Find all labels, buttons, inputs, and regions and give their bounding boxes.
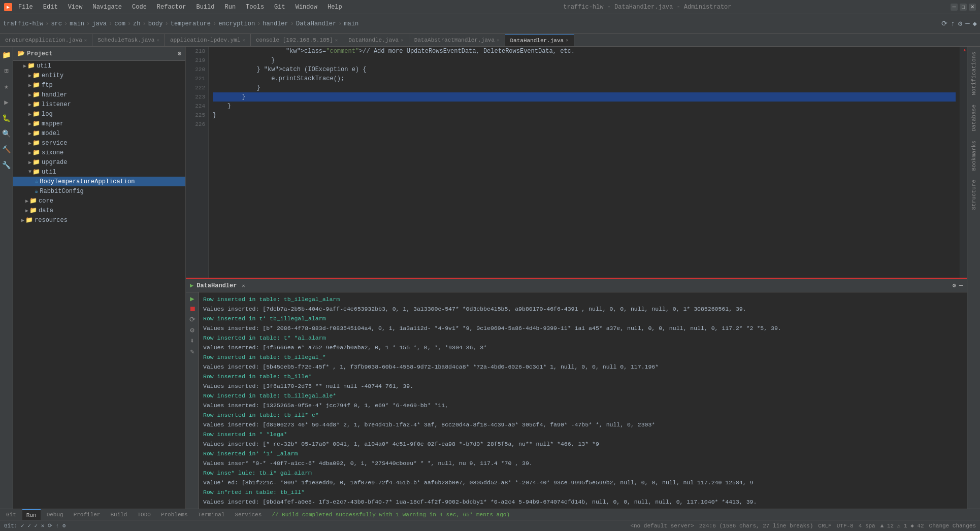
menu-item-git[interactable]: Git [272,3,287,12]
tree-arrow-14[interactable]: ▶ [25,198,28,204]
editor-tab-3[interactable]: console [192.168.5.185] ✕ [251,34,343,46]
tab-close-1[interactable]: ✕ [156,38,159,43]
tree-item-data[interactable]: ▶📁data [13,206,185,215]
minimize-button[interactable]: ─ [951,4,958,11]
tab-close-0[interactable]: ✕ [84,38,87,43]
tree-arrow-16[interactable]: ▶ [21,217,24,223]
bottom-tab-run[interactable]: Run [22,509,41,520]
sync-icon[interactable]: ⟳ [941,19,948,28]
code-line-218[interactable]: "kw">class="comment">// Add more UpdateR… [213,47,956,56]
debug-icon[interactable]: 🐛 [0,112,13,124]
tree-item-rabbitconfig[interactable]: ☕RabbitConfig [13,186,185,196]
breadcrumb-item-4[interactable]: com [114,20,125,27]
breadcrumb-item-7[interactable]: temperature [171,20,211,27]
tree-item-entity[interactable]: ▶📁entity [13,71,185,80]
run-icon[interactable]: ▶ [2,96,10,109]
tree-item-listener[interactable]: ▶📁listener [13,99,185,109]
menu-item-navigate[interactable]: Navigate [90,3,124,12]
code-line-222[interactable]: } [213,83,956,92]
tree-arrow-7[interactable]: ▶ [28,130,31,137]
encoding[interactable]: UTF-8 [837,523,854,529]
bottom-tab-services[interactable]: Services [231,509,266,520]
breadcrumb-item-6[interactable]: body [148,20,163,27]
tree-arrow-4[interactable]: ▶ [28,102,31,108]
tree-item-service[interactable]: ▶📁service [13,138,185,148]
editor-tab-2[interactable]: application-lpdev.yml ✕ [165,34,251,46]
editor-tab-6[interactable]: DataHandler.java ✕ [505,34,574,46]
breadcrumb-item-2[interactable]: main [70,20,84,27]
bottom-tab-profiler[interactable]: Profiler [70,509,105,520]
tree-item-bodytemperatureapplication[interactable]: ☕BodyTemperatureApplication [13,177,185,186]
tree-item-log[interactable]: ▶📁log [13,109,185,119]
favorites-icon[interactable]: ★ [2,80,10,93]
tree-item-util[interactable]: ▼📁util [13,167,185,177]
tree-arrow-11[interactable]: ▼ [28,169,31,175]
database-panel-label[interactable]: Database [970,101,978,136]
run-collapse-icon[interactable]: ─ [959,282,963,289]
close-button[interactable]: ✕ [969,4,976,11]
git-status[interactable]: Git: ✓ ✓ ✓ ✕ ⟳ ↑ ⚙ [4,522,66,529]
tab-close-5[interactable]: ✕ [497,38,499,43]
bottom-tab-todo[interactable]: TODO [133,509,154,520]
code-line-226[interactable] [213,120,956,129]
tab-close-4[interactable]: ✕ [401,38,403,43]
breadcrumb-item-1[interactable]: src [51,20,62,27]
breadcrumb-item-9[interactable]: handler [263,20,288,27]
tree-arrow-9[interactable]: ▶ [28,150,31,156]
line-ending[interactable]: CRLF [818,523,831,529]
tree-arrow-5[interactable]: ▶ [28,111,31,117]
build-icon[interactable]: 🔨 [0,143,13,156]
tree-item-resources[interactable]: ▶📁resources [13,215,185,225]
code-line-223[interactable]: } [213,92,956,102]
tab-close-3[interactable]: ✕ [335,38,338,43]
run-scroll-down-icon[interactable]: ⬇ [190,337,194,345]
search-icon[interactable]: 🔍 [0,127,13,140]
close-run-tab-icon[interactable]: ✕ [242,283,245,289]
tree-arrow-1[interactable]: ▶ [28,73,31,79]
code-lines[interactable]: "kw">class="comment">// Add more UpdateR… [209,47,960,278]
breadcrumb-item-0[interactable]: traffic-hlw [3,20,43,27]
window-controls[interactable]: ─ □ ✕ [951,4,976,11]
bottom-tab-problems[interactable]: Problems [157,509,192,520]
tree-item-util[interactable]: ▶📁util [13,61,185,71]
breadcrumb-item-10[interactable]: DataHandler [296,20,336,27]
menu-item-refactor[interactable]: Refactor [155,3,188,12]
tree-item-core[interactable]: ▶📁core [13,196,185,206]
menu-item-build[interactable]: Build [194,3,216,12]
structure-icon[interactable]: ⊞ [2,64,10,77]
breadcrumb-item-5[interactable]: zh [133,20,140,27]
code-line-220[interactable]: } "kw">catch (IOException e) { [213,65,956,74]
tools-icon[interactable]: 🔧 [0,159,13,172]
code-line-219[interactable]: } [213,56,956,65]
tree-arrow-0[interactable]: ▶ [23,63,26,69]
editor-tab-5[interactable]: DataAbstractHandler.java ✕ [409,34,505,46]
bookmarks-panel-label[interactable]: Bookmarks [970,137,978,175]
run-clear-icon[interactable]: ✎ [190,347,194,356]
breadcrumb-item-11[interactable]: main [344,20,358,27]
tree-arrow-10[interactable]: ▶ [28,159,31,165]
menu-item-file[interactable]: File [16,3,35,12]
tree-arrow-6[interactable]: ▶ [28,121,31,127]
toolbar-icons[interactable]: ⟳ ↑ ⚙ ─ ◆ [941,19,977,28]
tree-item-model[interactable]: ▶📁model [13,128,185,138]
project-icon[interactable]: 📁 [0,49,13,61]
settings-icon[interactable]: ⚙ [958,19,962,28]
breadcrumb-item-3[interactable]: java [92,20,107,27]
indent-setting[interactable]: 4 spa [859,523,875,529]
code-editor[interactable]: 218219220221222223224225226 "kw">class="… [186,47,967,278]
up-icon[interactable]: ↑ [951,20,955,28]
tree-arrow-3[interactable]: ▶ [28,92,31,98]
maximize-button[interactable]: □ [960,4,967,11]
menu-item-code[interactable]: Code [130,3,149,12]
run-restart-icon[interactable]: ⟳ [189,315,195,324]
editor-tab-0[interactable]: eratureApplication.java ✕ [0,34,92,46]
menu-item-window[interactable]: Window [293,3,319,12]
breadcrumb-item-8[interactable]: encryption [218,20,255,27]
run-settings-icon[interactable]: ⚙ [953,282,956,289]
tree-item-mapper[interactable]: ▶📁mapper [13,119,185,128]
menu-bar[interactable]: FileEditViewNavigateCodeRefactorBuildRun… [16,3,344,12]
editor-tab-1[interactable]: ScheduleTask.java ✕ [92,34,165,46]
tree-arrow-2[interactable]: ▶ [28,82,31,88]
menu-item-tools[interactable]: Tools [244,3,266,12]
minimize-panel-icon[interactable]: ─ [965,20,969,28]
